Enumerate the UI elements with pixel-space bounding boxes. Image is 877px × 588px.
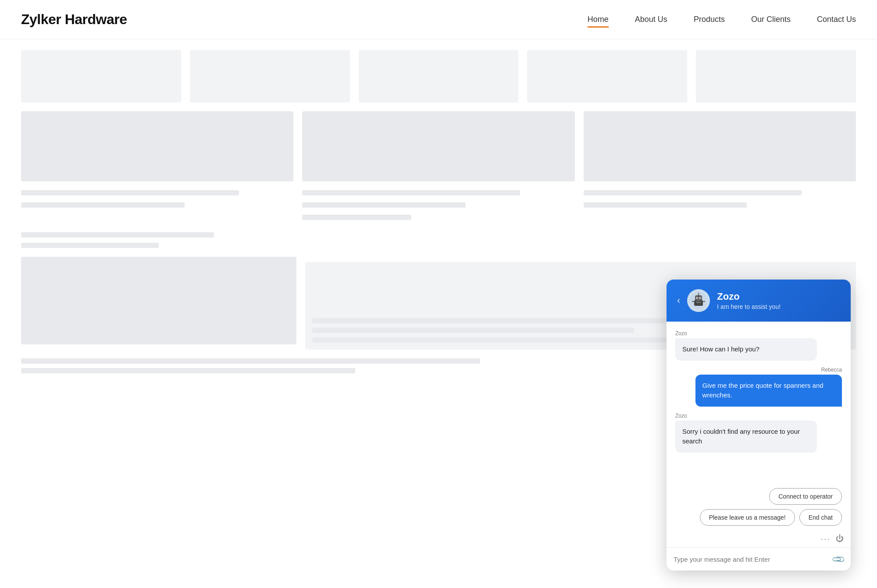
svg-point-13 <box>698 302 699 303</box>
skeleton-row-1 <box>21 50 856 103</box>
svg-rect-10 <box>692 301 694 302</box>
skeleton-card <box>190 50 350 103</box>
svg-point-14 <box>699 302 701 303</box>
navbar: Zylker Hardware Home About Us Products O… <box>0 0 877 39</box>
svg-point-9 <box>698 293 699 294</box>
chat-avatar <box>687 289 710 312</box>
message-group-bot-1: Zozo Sure! How can I help you? <box>675 330 842 361</box>
message-group-user: Rebecca Give me the price quote for span… <box>675 367 842 393</box>
svg-point-6 <box>700 298 701 299</box>
nav-item-clients[interactable]: Our Clients <box>751 15 791 24</box>
chat-back-button[interactable]: ‹ <box>677 296 680 305</box>
nav-item-contact[interactable]: Contact Us <box>817 15 856 24</box>
svg-point-12 <box>696 302 698 303</box>
skeleton-card-inner <box>21 111 293 223</box>
nav-link-contact[interactable]: Contact Us <box>817 15 856 26</box>
skeleton-card-inner <box>21 257 296 350</box>
skeleton-text <box>302 215 411 220</box>
skeleton-text <box>21 202 185 208</box>
nav-link-clients[interactable]: Our Clients <box>751 15 791 26</box>
chat-widget: ‹ <box>667 280 851 393</box>
skeleton-row-2 <box>21 111 856 223</box>
chat-header-info: Zozo I am here to assist you! <box>717 291 781 310</box>
nav-item-home[interactable]: Home <box>588 15 609 24</box>
svg-point-5 <box>697 298 698 299</box>
skeleton-image <box>21 111 293 181</box>
message-bubble-user: Give me the price quote for spanners and… <box>695 375 842 393</box>
skeleton-card <box>21 50 181 103</box>
chat-bot-name: Zozo <box>717 291 781 302</box>
skeleton-image <box>302 111 574 181</box>
nav-item-products[interactable]: Products <box>694 15 725 24</box>
skeleton-image <box>584 111 856 181</box>
nav-link-about[interactable]: About Us <box>635 15 667 26</box>
skeleton-card-inner <box>302 111 574 223</box>
sender-label: Zozo <box>675 330 842 337</box>
sender-label: Rebecca <box>821 367 842 373</box>
nav-links: Home About Us Products Our Clients Conta… <box>588 15 856 24</box>
nav-item-about[interactable]: About Us <box>635 15 667 24</box>
skeleton-card <box>359 50 519 103</box>
chat-messages: Zozo Sure! How can I help you? Rebecca G… <box>667 322 851 393</box>
chat-header: ‹ <box>667 280 851 322</box>
nav-link-products[interactable]: Products <box>694 15 725 26</box>
skeleton-text <box>584 202 747 208</box>
skeleton-text <box>21 190 239 195</box>
svg-rect-7 <box>697 300 701 301</box>
skeleton-text <box>302 202 466 208</box>
message-bubble: Sure! How can I help you? <box>675 338 817 361</box>
skeleton-card <box>527 50 687 103</box>
svg-rect-11 <box>703 301 705 302</box>
skeleton-card-inner <box>584 111 856 223</box>
skeleton-card <box>696 50 856 103</box>
skeleton-image <box>21 257 296 344</box>
chat-bot-status: I am here to assist you! <box>717 303 781 310</box>
skeleton-text <box>302 190 520 195</box>
skeleton-text <box>584 190 802 195</box>
nav-link-home[interactable]: Home <box>588 15 609 28</box>
brand-logo: Zylker Hardware <box>21 11 127 28</box>
